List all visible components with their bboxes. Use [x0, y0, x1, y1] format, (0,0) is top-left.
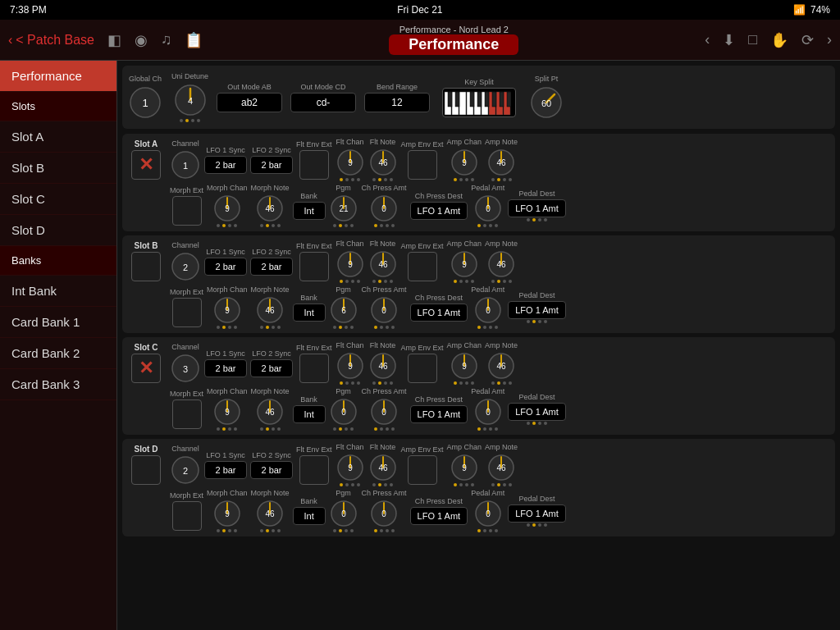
svg-text:46: 46	[497, 260, 507, 269]
svg-text:21: 21	[339, 204, 349, 213]
slot-name-label: Slot A	[135, 139, 158, 148]
out-mode-cd-param: Out Mode CD cd-	[290, 83, 356, 112]
svg-text:9: 9	[462, 362, 467, 371]
sidebar-item-int-bank[interactable]: Int Bank	[0, 276, 116, 307]
out-mode-ab-value[interactable]: ab2	[217, 93, 282, 112]
note-icon[interactable]: ♫	[161, 31, 172, 48]
face-icon[interactable]: ◉	[135, 31, 148, 49]
next-icon[interactable]: ›	[827, 31, 832, 48]
svg-text:9: 9	[348, 260, 353, 269]
share-icon[interactable]: ⟳	[801, 31, 814, 49]
sidebar: Performance Slots Slot A Slot B Slot C S…	[0, 61, 117, 630]
battery-icon: 74%	[810, 4, 830, 16]
sidebar-item-card-bank-2[interactable]: Card Bank 2	[0, 338, 116, 369]
svg-text:0: 0	[486, 408, 491, 417]
status-day: Fri Dec 21	[397, 4, 442, 16]
svg-text:9: 9	[225, 509, 230, 518]
status-bar: 7:38 PM Fri Dec 21 📶 74%	[0, 0, 840, 20]
slot-slot-c-block: Slot C ✕ Channel 3 LFO 1 Sync 2 bar LFO …	[122, 337, 835, 435]
svg-text:9: 9	[225, 204, 230, 213]
uni-detune-param: Uni Detune 4	[171, 72, 208, 122]
wifi-icon: 📶	[793, 4, 806, 16]
sidebar-item-slot-c[interactable]: Slot C	[0, 184, 116, 215]
svg-text:46: 46	[378, 158, 388, 167]
slot-name-label: Slot D	[135, 445, 158, 454]
svg-text:46: 46	[266, 408, 276, 417]
sidebar-item-card-bank-3[interactable]: Card Bank 3	[0, 369, 116, 400]
global-ch-knob[interactable]: 1	[127, 84, 163, 121]
svg-rect-17	[485, 92, 489, 107]
slot-slot-d-block: Slot D Channel 2 LFO 1 Sync 2 bar LFO 2 …	[122, 439, 835, 536]
layers-icon[interactable]: ◧	[107, 31, 121, 49]
key-split-display[interactable]	[442, 88, 516, 117]
svg-rect-13	[448, 92, 452, 107]
nav-right-icons: ‹ ⬇ □ ✋ ⟳ ›	[705, 31, 832, 49]
svg-text:4: 4	[187, 96, 192, 106]
sidebar-section-banks: Banks	[0, 246, 116, 276]
split-pt-knob[interactable]: 60	[528, 84, 564, 121]
svg-text:0: 0	[381, 408, 386, 417]
out-mode-cd-value[interactable]: cd-	[290, 93, 356, 112]
svg-text:9: 9	[348, 463, 353, 472]
channel-knob[interactable]: 3	[170, 353, 201, 384]
top-nav: ‹ < Patch Base ◧ ◉ ♫ 📋 Performance - Nor…	[0, 20, 840, 61]
svg-text:0: 0	[341, 509, 346, 518]
svg-rect-14	[455, 92, 459, 107]
sidebar-item-card-bank-1[interactable]: Card Bank 1	[0, 307, 116, 338]
svg-text:9: 9	[225, 408, 230, 417]
doc-icon[interactable]: 📋	[185, 31, 203, 49]
sidebar-item-slot-b[interactable]: Slot B	[0, 153, 116, 184]
svg-text:6: 6	[341, 306, 346, 315]
channel-knob[interactable]: 2	[170, 454, 201, 486]
svg-text:46: 46	[378, 463, 388, 472]
nav-subtitle: Performance - Nord Lead 2	[203, 25, 705, 34]
slot-slot-b-block: Slot B Channel 2 LFO 1 Sync 2 bar LFO 2 …	[122, 235, 835, 333]
svg-text:9: 9	[348, 158, 353, 167]
global-row: Global Ch 1 Uni Detune 4	[122, 66, 835, 129]
svg-rect-20	[507, 92, 511, 107]
bend-range-param: Bend Range 12	[364, 83, 430, 112]
sidebar-item-performance[interactable]: Performance	[0, 61, 116, 92]
sidebar-item-slot-d[interactable]: Slot D	[0, 215, 116, 246]
slots-container: Slot A ✕ Channel 1 LFO 1 Sync 2 bar LFO …	[122, 134, 835, 536]
download-icon[interactable]: ⬇	[723, 31, 735, 49]
svg-text:0: 0	[341, 408, 346, 417]
svg-text:0: 0	[381, 509, 386, 518]
content-area: Global Ch 1 Uni Detune 4	[117, 61, 840, 630]
channel-knob[interactable]: 2	[170, 251, 201, 282]
svg-text:0: 0	[381, 204, 386, 213]
slot-name-label: Slot C	[135, 343, 158, 352]
sidebar-section-slots: Slots	[0, 92, 116, 121]
svg-text:46: 46	[378, 260, 388, 269]
svg-text:46: 46	[266, 509, 276, 518]
nav-center: Performance - Nord Lead 2 Performance	[203, 25, 705, 55]
svg-text:2: 2	[183, 466, 188, 476]
bend-range-value[interactable]: 12	[364, 93, 430, 112]
svg-text:46: 46	[497, 158, 507, 167]
channel-knob[interactable]: 1	[170, 149, 201, 180]
key-split-param: Key Split	[438, 78, 520, 117]
svg-text:9: 9	[348, 362, 353, 371]
svg-text:9: 9	[462, 463, 467, 472]
svg-text:46: 46	[497, 362, 507, 371]
svg-text:0: 0	[381, 306, 386, 315]
prev-icon[interactable]: ‹	[705, 31, 710, 48]
svg-text:0: 0	[486, 306, 491, 315]
svg-text:60: 60	[541, 98, 551, 108]
page-icon[interactable]: □	[748, 31, 757, 48]
svg-text:2: 2	[183, 262, 188, 272]
svg-text:1: 1	[142, 97, 148, 109]
svg-text:46: 46	[266, 204, 276, 213]
svg-rect-16	[477, 92, 482, 107]
svg-text:46: 46	[497, 463, 507, 472]
split-pt-param: Split Pt 60	[528, 75, 564, 121]
sidebar-item-slot-a[interactable]: Slot A	[0, 121, 116, 153]
nav-title: Performance	[409, 36, 499, 52]
uni-detune-knob[interactable]: 4	[172, 82, 208, 118]
back-button[interactable]: ‹ < Patch Base	[8, 33, 94, 48]
hand-icon[interactable]: ✋	[770, 31, 788, 49]
svg-rect-18	[492, 92, 496, 107]
out-mode-ab-param: Out Mode AB ab2	[217, 83, 282, 112]
slot-name-label: Slot B	[135, 241, 158, 250]
nav-icons: ◧ ◉ ♫ 📋	[107, 31, 203, 49]
